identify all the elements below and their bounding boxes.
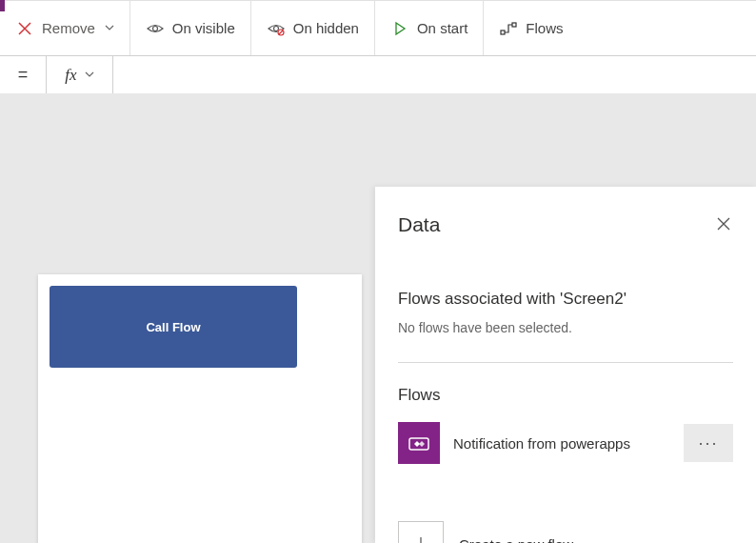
svg-rect-5 <box>512 23 516 27</box>
close-panel-button[interactable] <box>716 216 733 233</box>
flows-icon <box>499 19 518 38</box>
on-hidden-label: On hidden <box>293 20 359 36</box>
fx-dropdown[interactable]: fx <box>46 56 112 93</box>
panel-title: Data <box>398 213 440 236</box>
chevron-down-icon <box>105 23 114 34</box>
canvas-area: Call Flow Data Flows associated with 'Sc… <box>0 93 756 543</box>
fx-icon: fx <box>65 66 76 85</box>
svg-point-0 <box>152 26 157 30</box>
ribbon-toolbar: Remove On visible On hidden On start Flo… <box>0 0 756 55</box>
create-new-flow-label: Create a new flow <box>459 536 573 544</box>
on-visible-label: On visible <box>172 20 235 36</box>
formula-bar: = fx <box>0 55 756 93</box>
svg-rect-4 <box>501 30 505 34</box>
on-hidden-button[interactable]: On hidden <box>251 1 375 55</box>
powerapps-flow-icon <box>398 422 440 464</box>
create-new-flow-button[interactable]: Create a new flow <box>398 521 733 543</box>
remove-label: Remove <box>42 20 95 36</box>
play-icon <box>390 19 409 38</box>
associated-flows-title: Flows associated with 'Screen2' <box>398 290 733 309</box>
flow-item[interactable]: Notification from powerapps ··· <box>398 422 733 464</box>
close-icon <box>15 19 34 38</box>
flow-item-more-button[interactable]: ··· <box>684 424 733 462</box>
plus-icon <box>398 521 444 543</box>
associated-flows-message: No flows have been selected. <box>398 320 733 335</box>
screen-preview[interactable]: Call Flow <box>38 274 362 543</box>
flows-section-title: Flows <box>398 386 733 405</box>
eye-hidden-icon <box>267 19 286 38</box>
call-flow-label: Call Flow <box>146 320 200 334</box>
on-start-button[interactable]: On start <box>375 1 484 55</box>
flows-label: Flows <box>526 20 563 36</box>
chevron-down-icon <box>85 70 94 81</box>
on-start-label: On start <box>417 20 468 36</box>
formula-input[interactable] <box>113 56 756 93</box>
call-flow-button[interactable]: Call Flow <box>50 286 297 368</box>
divider <box>398 362 733 363</box>
on-visible-button[interactable]: On visible <box>130 1 251 55</box>
more-icon: ··· <box>698 433 718 453</box>
remove-button[interactable]: Remove <box>0 1 130 55</box>
equals-button[interactable]: = <box>0 56 46 93</box>
flows-button[interactable]: Flows <box>484 1 578 55</box>
svg-point-1 <box>273 26 278 30</box>
data-panel: Data Flows associated with 'Screen2' No … <box>375 187 756 543</box>
flow-item-label: Notification from powerapps <box>453 435 670 452</box>
eye-icon <box>146 19 165 38</box>
